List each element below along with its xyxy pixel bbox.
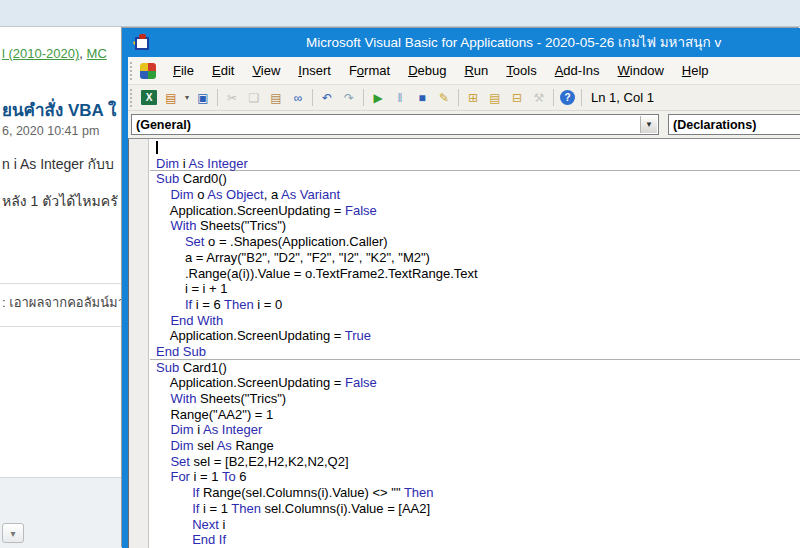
code-pane-header: (General) ▼ (Declarations) [128,111,800,139]
find-icon[interactable]: ∞ [288,88,308,107]
cut-icon: ✂ [222,88,242,107]
insert-userform-icon[interactable]: ▤ [161,88,181,107]
code-line[interactable]: .Range(a(i)).Value = o.TextFrame2.TextRa… [150,266,800,282]
toolbar-separator [217,89,218,106]
code-line[interactable]: Application.ScreenUpdating = True [150,328,800,344]
post-body-line-2: หลัง 1 ตัวได้ไหมครั [2,190,118,212]
code-line[interactable]: Application.ScreenUpdating = False [150,375,800,391]
code-line[interactable]: Set o = .Shapes(Application.Caller) [150,234,800,250]
topic-title[interactable]: ยนคำสั่ง VBA ใ [2,96,116,123]
vba-toolbar: X▤▾▣✂❏▤∞↶↷▶‖■✎⊞▤⊟⚒? Ln 1, Col 1 [128,85,800,111]
save-icon[interactable]: ▣ [193,88,213,107]
code-line[interactable]: Set sel = [B2,E2,H2,K2,N2,Q2] [150,454,800,470]
menu-run[interactable]: Run [455,59,497,82]
code-line[interactable]: Next i [150,517,800,533]
view-excel-icon[interactable]: X [141,90,157,105]
post-divider-top [0,283,122,284]
code-margin-indicator-bar[interactable] [129,139,149,548]
redo-icon[interactable]: ↷ [339,88,359,107]
breadcrumb-link-right[interactable]: MC [87,46,107,61]
code-line[interactable]: Application.ScreenUpdating = False [150,203,800,219]
menu-addins[interactable]: Add-Ins [546,59,609,82]
project-explorer-icon[interactable]: ⊞ [463,88,483,107]
code-lines: Dim i As IntegerSub Card0() Dim o As Obj… [150,140,800,548]
menu-insert[interactable]: Insert [289,59,340,82]
code-line[interactable] [150,140,800,156]
menu-bar-items: FileEditViewInsertFormatDebugRunToolsAdd… [164,59,718,82]
menu-file[interactable]: File [164,59,203,82]
copy-icon: ❏ [244,88,264,107]
toolbar-separator [363,89,364,106]
toolbar-separator [581,89,582,106]
paste-icon[interactable]: ▤ [266,88,286,107]
post-body-line-1: n i As Integer กับบ [2,153,114,175]
code-line[interactable]: Dim i As Integer [150,422,800,438]
help-icon[interactable]: ? [560,90,575,105]
menu-view[interactable]: View [243,59,289,82]
code-line[interactable]: End If [150,532,800,548]
code-line[interactable]: a = Array("B2", "D2", "F2", "I2", "K2", … [150,250,800,266]
code-line[interactable]: With Sheets("Trics") [150,391,800,407]
menubar-grip[interactable] [130,62,135,80]
post-quote-line: : เอาผลจากคอลัมน์มา [2,292,125,313]
menu-format[interactable]: Format [340,59,399,82]
code-line[interactable]: End With [150,313,800,329]
vba-form-icon [133,34,150,50]
page-root: l (2010-2020), MC ยนคำสั่ง VBA ใ 6, 2020… [0,0,800,548]
code-line[interactable]: Range("AA2") = 1 [150,407,800,423]
menu-edit[interactable]: Edit [203,59,243,82]
menu-debug[interactable]: Debug [399,59,455,82]
menu-tools[interactable]: Tools [497,59,545,82]
toolbar-separator [312,89,313,106]
menu-help[interactable]: Help [673,59,718,82]
code-line[interactable]: End Sub [150,344,800,360]
page-jump-dropdown[interactable]: ▾ [2,523,24,543]
webpage-header-band [0,0,800,27]
properties-window-icon[interactable]: ▤ [485,88,505,107]
code-line[interactable]: Sub Card0() [150,171,800,187]
post-date: 6, 2020 10:41 pm [2,124,99,138]
object-dropdown-value: (General) [132,118,191,132]
vba-titlebar[interactable]: Microsoft Visual Basic for Applications … [128,28,800,57]
cursor-position-indicator: Ln 1, Col 1 [591,90,654,105]
menu-window[interactable]: Window [609,59,673,82]
insert-object-caret[interactable]: ▾ [182,93,192,102]
undo-icon[interactable]: ↶ [317,88,337,107]
code-line[interactable]: i = i + 1 [150,281,800,297]
window-title: Microsoft Visual Basic for Applications … [306,28,800,57]
procedure-dropdown-value: (Declarations) [669,118,756,132]
toolbar-items: X▤▾▣✂❏▤∞↶↷▶‖■✎⊞▤⊟⚒? [138,88,585,107]
code-line[interactable]: Dim sel As Range [150,438,800,454]
code-line[interactable]: Sub Card1() [150,360,800,376]
webpage-breadcrumb: l (2010-2020), MC [2,46,107,61]
toolbar-grip[interactable] [130,89,135,107]
reset-icon[interactable]: ■ [412,88,432,107]
post-divider-bottom [0,326,122,327]
code-editor[interactable]: Dim i As IntegerSub Card0() Dim o As Obj… [128,139,800,548]
chevron-down-icon[interactable]: ▼ [640,116,657,133]
toolbar-separator [553,89,554,106]
vba-editor-window: Microsoft Visual Basic for Applications … [122,28,800,548]
breadcrumb-separator: , [79,46,86,61]
object-dropdown[interactable]: (General) ▼ [131,114,659,135]
code-line[interactable]: If Range(sel.Columns(i).Value) <> "" The… [150,485,800,501]
code-line[interactable]: For i = 1 To 6 [150,469,800,485]
code-line[interactable]: Dim i As Integer [150,156,800,172]
text-cursor [156,141,158,154]
break-icon[interactable]: ‖ [390,88,410,107]
procedure-dropdown[interactable]: (Declarations) [668,114,800,135]
toolbar-separator [458,89,459,106]
code-line[interactable]: With Sheets("Trics") [150,218,800,234]
design-mode-icon[interactable]: ✎ [434,88,454,107]
code-line[interactable]: If i = 6 Then i = 0 [150,297,800,313]
code-line[interactable]: Dim o As Object, a As Variant [150,187,800,203]
vba-app-icon [140,63,156,79]
vba-menubar: FileEditViewInsertFormatDebugRunToolsAdd… [128,57,800,85]
object-browser-icon[interactable]: ⊟ [507,88,527,107]
breadcrumb-link-left[interactable]: l (2010-2020) [2,46,79,61]
code-line[interactable]: If i = 1 Then sel.Columns(i).Value = [AA… [150,501,800,517]
toolbox-icon: ⚒ [529,88,549,107]
run-icon[interactable]: ▶ [368,88,388,107]
